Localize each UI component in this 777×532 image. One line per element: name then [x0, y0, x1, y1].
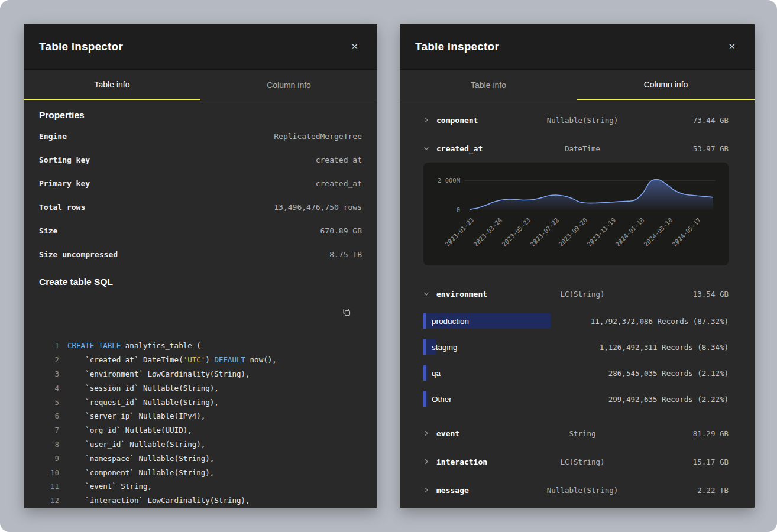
column-name: message	[436, 486, 534, 495]
code-text: `user_id` Nullable(String),	[67, 437, 205, 452]
sql-code-block: 1CREATE TABLE analytics_table (2 `create…	[39, 297, 362, 508]
code-text: `server_ip` Nullable(IPv4),	[67, 409, 205, 423]
code-text: `event` String,	[67, 479, 152, 494]
value-bar	[423, 365, 428, 381]
code-token: `namespace` Nullable(String),	[67, 454, 214, 463]
code-text: `interaction` LowCardinality(String),	[67, 494, 250, 508]
value-bar-row: Other299,492,635 Records (2.22%)	[423, 386, 729, 412]
tab-table-info[interactable]: Table info	[24, 70, 200, 100]
table-inspector-modal-table-info: Table inspector ✕ Table infoColumn info …	[24, 24, 377, 508]
code-text: `namespace` Nullable(String),	[67, 452, 214, 466]
code-token: `component` Nullable(String),	[67, 468, 214, 477]
value-bar-row: staging1,126,492,311 Records (8.34%)	[423, 334, 729, 360]
code-token: DEFAULT	[214, 355, 245, 364]
column-row-message[interactable]: messageNullable(String)2.22 TB	[400, 476, 755, 504]
chevron-down-icon	[423, 291, 436, 297]
column-name: component	[436, 116, 534, 125]
column-distribution-chart: 2 000M02023-01-232023-03-242023-05-23202…	[423, 163, 729, 265]
column-type: DateTime	[534, 144, 632, 153]
chevron-right-icon	[423, 487, 436, 493]
column-name: environment	[436, 290, 534, 299]
y-axis-label-zero: 0	[457, 206, 460, 213]
desktop-background: Table inspector ✕ Table infoColumn info …	[0, 0, 777, 532]
value-label: staging	[432, 343, 458, 352]
table-info-content: Properties EngineReplicatedMergeTreeSort…	[24, 110, 377, 508]
tab-bar: Table infoColumn info	[24, 70, 377, 100]
chevron-down-icon	[423, 145, 436, 151]
column-size: 13.54 GB	[631, 290, 729, 299]
code-text: `created_at` DateTime('UTC') DEFAULT now…	[67, 353, 277, 367]
line-number: 6	[39, 409, 59, 423]
property-label: Engine	[39, 132, 67, 141]
column-row-component[interactable]: componentNullable(String)73.44 GB	[400, 106, 755, 134]
column-name: created_at	[436, 144, 534, 153]
tab-column-info[interactable]: Column info	[200, 70, 377, 100]
column-row-created_at[interactable]: created_atDateTime53.97 GB	[400, 134, 755, 163]
property-row: Size670.89 GB	[39, 219, 362, 242]
x-axis-tick-label: 2023-07-22	[529, 216, 560, 248]
code-text: `component` Nullable(String),	[67, 466, 214, 480]
column-row-interaction[interactable]: interactionLC(String)15.17 GB	[400, 447, 755, 476]
property-row: Total rows13,496,476,750 rows	[39, 195, 362, 219]
column-size: 53.97 GB	[631, 144, 729, 153]
code-token: `server_ip` Nullable(IPv4),	[67, 411, 205, 420]
code-token: `event` String,	[67, 482, 152, 491]
code-token: CREATE TABLE	[67, 341, 121, 350]
tab-column-info[interactable]: Column info	[577, 70, 755, 100]
code-line: 3 `environment` LowCardinality(String),	[39, 367, 362, 381]
column-row-event[interactable]: eventString81.29 GB	[400, 419, 755, 447]
code-token: `org_id` Nullable(UUID),	[67, 426, 192, 434]
value-records: 286,545,035 Records (2.12%)	[608, 369, 729, 378]
tab-table-info[interactable]: Table info	[400, 70, 577, 100]
column-type: String	[534, 429, 632, 438]
properties-list: EngineReplicatedMergeTreeSorting keycrea…	[39, 124, 362, 266]
value-records: 299,492,635 Records (2.22%)	[608, 395, 729, 404]
property-value: 8.75 TB	[329, 250, 362, 259]
code-token: `request_id` Nullable(String),	[67, 398, 219, 407]
column-size: 15.17 GB	[631, 458, 729, 466]
code-token: analytics_table (	[121, 341, 200, 350]
copy-icon[interactable]	[319, 298, 352, 329]
code-token: `created_at` DateTime(	[67, 355, 183, 364]
property-value: 670.89 GB	[320, 226, 362, 235]
x-axis-tick-label: 2024-05-17	[671, 216, 702, 248]
line-number: 5	[39, 395, 59, 410]
modal-title: Table inspector	[39, 40, 123, 53]
property-row: EngineReplicatedMergeTree	[39, 124, 362, 148]
code-text: `org_id` Nullable(UUID),	[67, 423, 192, 437]
column-name: event	[436, 429, 534, 438]
line-number: 11	[39, 479, 59, 494]
column-row-environment[interactable]: environmentLC(String)13.54 GB	[400, 280, 755, 308]
code-line: 1CREATE TABLE analytics_table (	[39, 339, 362, 353]
column-size: 2.22 TB	[631, 486, 729, 495]
property-label: Size	[39, 226, 57, 235]
code-line: 8 `user_id` Nullable(String),	[39, 437, 362, 452]
close-icon[interactable]: ✕	[724, 40, 739, 53]
line-number: 2	[39, 353, 59, 367]
property-label: Primary key	[39, 179, 90, 188]
property-value: ReplicatedMergeTree	[274, 132, 362, 141]
table-inspector-modal-column-info: Table inspector ✕ Table infoColumn info …	[400, 24, 755, 508]
code-token: )	[205, 355, 214, 364]
line-number: 9	[39, 452, 59, 466]
column-list: componentNullable(String)73.44 GBcreated…	[400, 106, 755, 504]
code-line: 4 `session_id` Nullable(String),	[39, 381, 362, 395]
code-text: `session_id` Nullable(String),	[67, 381, 219, 395]
x-axis-tick-label: 2024-03-18	[642, 216, 674, 248]
value-label: qa	[432, 369, 441, 378]
column-type: LC(String)	[534, 290, 632, 299]
column-type: Nullable(String)	[534, 486, 632, 495]
create-table-sql-heading: Create table SQL	[39, 277, 362, 287]
property-row: Sorting keycreated_at	[39, 148, 362, 171]
close-icon[interactable]: ✕	[347, 40, 362, 53]
column-size: 81.29 GB	[631, 429, 729, 438]
chevron-right-icon	[423, 459, 436, 465]
value-label: Other	[432, 395, 452, 404]
code-token: now(),	[245, 355, 277, 364]
code-line: 6 `server_ip` Nullable(IPv4),	[39, 409, 362, 423]
value-bar	[423, 391, 428, 407]
code-text: CREATE TABLE analytics_table (	[67, 339, 201, 353]
column-type: Nullable(String)	[534, 116, 632, 125]
column-size: 73.44 GB	[631, 116, 729, 125]
modal-header: Table inspector ✕	[24, 24, 377, 70]
